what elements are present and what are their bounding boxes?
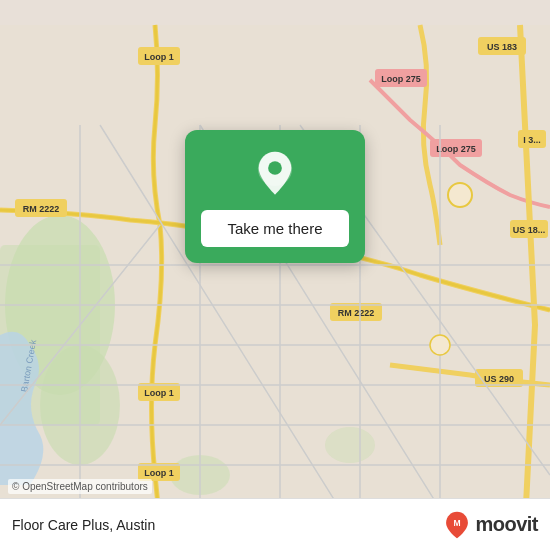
svg-text:Loop 1: Loop 1	[144, 52, 174, 62]
svg-point-47	[430, 335, 450, 355]
svg-text:Loop 275: Loop 275	[381, 74, 421, 84]
svg-text:US 290: US 290	[484, 374, 514, 384]
svg-text:US 18...: US 18...	[513, 225, 546, 235]
take-me-there-button[interactable]: Take me there	[201, 210, 349, 247]
svg-text:Loop 1: Loop 1	[144, 468, 174, 478]
svg-text:I 3...: I 3...	[523, 135, 541, 145]
map-background: Barton Creek Loop 1 Loop 1 Loop 1 RM 222…	[0, 0, 550, 550]
svg-text:RM 2222: RM 2222	[23, 204, 60, 214]
svg-text:M: M	[454, 517, 461, 527]
svg-text:RM 2222: RM 2222	[338, 308, 375, 318]
action-card: Take me there	[185, 130, 365, 263]
bottom-bar: Floor Care Plus, Austin M moovit	[0, 498, 550, 550]
svg-text:US 183: US 183	[487, 42, 517, 52]
svg-point-46	[448, 183, 472, 207]
svg-point-49	[268, 161, 282, 175]
moovit-logo: M moovit	[443, 511, 538, 539]
svg-text:Loop 275: Loop 275	[436, 144, 476, 154]
svg-text:Loop 1: Loop 1	[144, 388, 174, 398]
map-attribution: © OpenStreetMap contributors	[8, 479, 152, 494]
location-name: Floor Care Plus, Austin	[12, 517, 155, 533]
moovit-brand-text: moovit	[475, 513, 538, 536]
svg-point-5	[325, 427, 375, 463]
location-info: Floor Care Plus, Austin	[12, 517, 155, 533]
moovit-pin-icon: M	[443, 511, 471, 539]
location-pin-icon	[251, 150, 299, 198]
map-container: Barton Creek Loop 1 Loop 1 Loop 1 RM 222…	[0, 0, 550, 550]
